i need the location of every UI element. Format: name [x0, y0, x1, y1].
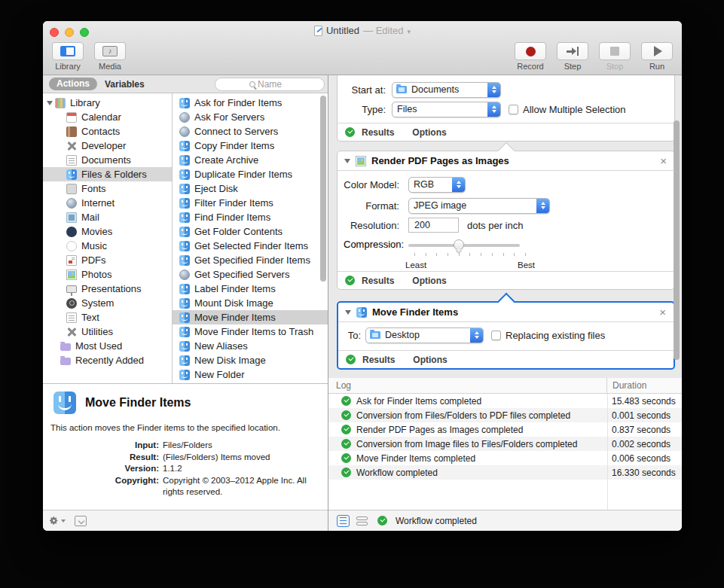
resolution-field[interactable]: 200 — [408, 218, 459, 233]
results-link[interactable]: Results — [362, 355, 395, 365]
action-list-item[interactable]: Move Finder Items to Trash — [173, 324, 328, 339]
format-value: JPEG image — [414, 200, 466, 211]
action-list-item[interactable]: Copy Finder Items — [173, 139, 328, 153]
close-action-icon[interactable]: × — [659, 306, 666, 318]
sidebar-item[interactable]: Documents — [43, 153, 172, 167]
action-list-item[interactable]: Label Finder Items — [173, 282, 328, 296]
gear-menu-button[interactable] — [49, 516, 66, 526]
sidebar-item[interactable]: Library — [43, 96, 172, 110]
tab-variables[interactable]: Variables — [105, 79, 145, 90]
sidebar-item[interactable]: Presentations — [43, 282, 172, 296]
log-column-header[interactable]: Log — [328, 380, 606, 391]
action-card-ask-for-finder-items[interactable]: Start at: Documents Type: Files — [337, 75, 675, 142]
action-list-item[interactable]: Ask for Finder Items — [173, 96, 328, 110]
sidebar-item[interactable]: System — [43, 296, 172, 310]
workflow-status-bar: Workflow completed — [328, 510, 682, 531]
step-button[interactable]: Step — [557, 42, 588, 71]
replacing-existing-files-checkbox[interactable] — [491, 331, 501, 340]
sidebar-item-label: Developer — [81, 140, 126, 151]
action-list-item[interactable]: Move Finder Items — [173, 310, 328, 324]
action-list-item[interactable]: Connect to Servers — [173, 124, 328, 139]
sidebar-item[interactable]: Internet — [43, 196, 172, 210]
sidebar-item[interactable]: Developer — [43, 139, 172, 153]
sidebar-item[interactable]: Movies — [43, 224, 172, 239]
action-list-item[interactable]: Get Selected Finder Items — [173, 239, 328, 253]
sidebar-item-label: Music — [81, 240, 107, 251]
sidebar-item[interactable]: Files & Folders — [43, 167, 172, 181]
sidebar-item[interactable]: Music — [43, 239, 172, 253]
format-popup[interactable]: JPEG image — [408, 198, 550, 214]
sidebar-item[interactable]: Most Used — [43, 339, 172, 353]
disclosure-triangle-icon[interactable] — [345, 310, 351, 315]
action-list-item[interactable]: Find Finder Items — [173, 210, 328, 224]
log-row[interactable]: Conversion from Image files to Files/Fol… — [328, 437, 682, 451]
sidebar-item[interactable]: Photos — [43, 267, 172, 282]
type-popup[interactable]: Files — [392, 102, 501, 117]
action-card-move-finder-items[interactable]: Move Finder Items × To: Desktop Replacin… — [337, 301, 675, 370]
options-link[interactable]: Options — [412, 276, 446, 286]
step-button-label: Step — [564, 62, 582, 71]
title-chevron-icon[interactable]: ▾ — [408, 28, 411, 35]
log-row[interactable]: Render PDF Pages as Images completed 0.8… — [328, 422, 682, 437]
sidebar-item[interactable]: Calendar — [43, 110, 172, 124]
log-row[interactable]: Conversion from Files/Folders to PDF fil… — [328, 408, 682, 422]
media-icon: ♪ — [102, 46, 118, 56]
search-field[interactable] — [215, 78, 325, 91]
action-list-item[interactable]: Create Archive — [173, 153, 328, 167]
actions-list: Ask for Finder Items Ask For Servers Con… — [172, 93, 328, 383]
action-list-item[interactable]: Duplicate Finder Items — [173, 167, 328, 181]
action-list-item[interactable]: New Aliases — [173, 339, 328, 353]
sidebar-item[interactable]: Text — [43, 310, 172, 324]
action-list-item[interactable]: New Disk Image — [173, 353, 328, 367]
run-button[interactable]: Run — [641, 42, 673, 71]
results-link[interactable]: Results — [362, 276, 394, 286]
media-button[interactable]: ♪ Media — [94, 42, 126, 71]
sidebar-item-label: Library — [70, 97, 100, 108]
actions-scrollbar[interactable] — [320, 96, 326, 282]
panel-toggle-button[interactable] — [75, 516, 87, 526]
sidebar-item[interactable]: Contacts — [43, 124, 172, 139]
sidebar-item-label: Internet — [81, 197, 115, 209]
options-link[interactable]: Options — [412, 127, 446, 138]
slider-thumb[interactable] — [454, 239, 464, 250]
type-label: Type: — [344, 104, 386, 115]
search-input[interactable] — [215, 78, 324, 90]
action-list-item[interactable]: Mount Disk Image — [173, 296, 328, 310]
allow-multiple-selection-checkbox[interactable] — [509, 105, 518, 114]
color-model-popup[interactable]: RGB — [408, 177, 466, 193]
sidebar-item[interactable]: Mail — [43, 210, 172, 224]
action-list-item[interactable]: Eject Disk — [173, 181, 328, 196]
library-button[interactable]: Library — [52, 42, 84, 71]
disclosure-triangle-icon[interactable] — [344, 159, 350, 163]
log-row[interactable]: Move Finder Items completed 0.006 second… — [328, 451, 682, 465]
library-sidebar: Library Calendar Contacts — [43, 93, 172, 383]
options-link[interactable]: Options — [413, 355, 447, 365]
action-list-item[interactable]: Get Specified Finder Items — [173, 253, 328, 267]
action-list-item[interactable]: Get Folder Contents — [173, 224, 328, 239]
steps-view-button[interactable] — [356, 516, 368, 526]
action-list-item[interactable]: Filter Finder Items — [173, 196, 328, 210]
workflow-scrollbar[interactable] — [674, 120, 680, 360]
log-view-button[interactable] — [337, 515, 350, 527]
compression-slider[interactable] — [408, 239, 520, 251]
duration-column-header[interactable]: Duration — [606, 378, 682, 393]
sidebar-item[interactable]: Recently Added — [43, 353, 172, 367]
action-card-render-pdf-pages[interactable]: Render PDF Pages as Images × Color Model… — [337, 151, 675, 290]
stop-button[interactable]: Stop — [599, 42, 631, 71]
action-list-item[interactable]: Ask For Servers — [173, 110, 328, 124]
sidebar-item-label: Text — [81, 312, 99, 323]
log-row[interactable]: Workflow completed 16.330 seconds — [328, 465, 682, 480]
action-list-item[interactable]: Get Specified Servers — [173, 267, 328, 282]
sidebar-item[interactable]: Fonts — [43, 181, 172, 196]
close-action-icon[interactable]: × — [660, 155, 667, 166]
action-list-item[interactable]: New Folder — [173, 367, 328, 382]
automator-window: Untitled — Edited ▾ Library ♪ Media Reco… — [43, 21, 682, 531]
sidebar-item[interactable]: PDFs — [43, 253, 172, 267]
log-row[interactable]: Ask for Finder Items completed 15.483 se… — [328, 394, 682, 408]
tab-actions[interactable]: Actions — [49, 78, 97, 90]
to-popup[interactable]: Desktop — [365, 328, 484, 343]
results-link[interactable]: Results — [362, 127, 394, 138]
start-at-popup[interactable]: Documents — [392, 82, 501, 98]
sidebar-item[interactable]: Utilities — [43, 324, 172, 339]
record-button[interactable]: Record — [515, 42, 546, 71]
